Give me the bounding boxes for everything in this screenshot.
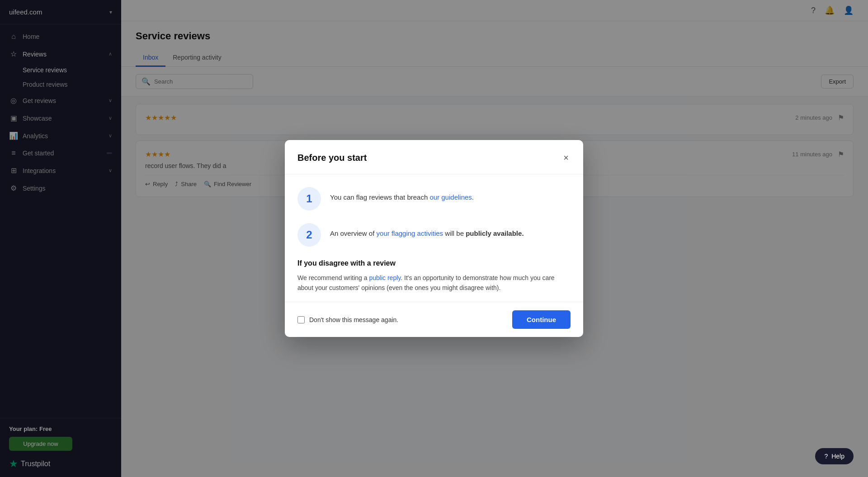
modal-dialog: Before you start × 1 You can flag review… xyxy=(285,140,583,337)
modal-overlay: Before you start × 1 You can flag review… xyxy=(0,0,868,477)
disagree-section: If you disagree with a review We recomme… xyxy=(297,259,571,293)
modal-header: Before you start × xyxy=(285,140,583,174)
step-2-bold: publicly available. xyxy=(466,229,524,237)
public-reply-link[interactable]: public reply xyxy=(369,274,401,281)
help-circle-icon: ? xyxy=(824,453,828,460)
step-1: 1 You can flag reviews that breach our g… xyxy=(297,187,571,210)
dont-show-checkbox[interactable] xyxy=(297,316,305,323)
step-2-text: An overview of your flagging activities … xyxy=(330,223,524,239)
step-1-text: You can flag reviews that breach our gui… xyxy=(330,187,474,203)
step-2-number: 2 xyxy=(297,223,321,247)
dont-show-label[interactable]: Don't show this message again. xyxy=(297,316,398,323)
help-label: Help xyxy=(831,453,844,460)
step-2: 2 An overview of your flagging activitie… xyxy=(297,223,571,247)
help-button[interactable]: ? Help xyxy=(815,448,854,464)
modal-close-button[interactable]: × xyxy=(561,151,571,165)
modal-footer: Don't show this message again. Continue xyxy=(285,302,583,337)
continue-button[interactable]: Continue xyxy=(512,310,571,329)
disagree-title: If you disagree with a review xyxy=(297,259,571,267)
modal-body: 1 You can flag reviews that breach our g… xyxy=(285,174,583,302)
dont-show-text: Don't show this message again. xyxy=(309,316,398,323)
step-1-number: 1 xyxy=(297,187,321,210)
step-2-link[interactable]: your flagging activities xyxy=(377,229,443,237)
disagree-text: We recommend writing a public reply. It'… xyxy=(297,273,571,293)
modal-title: Before you start xyxy=(297,153,367,163)
step-1-link[interactable]: our guidelines xyxy=(429,193,472,201)
